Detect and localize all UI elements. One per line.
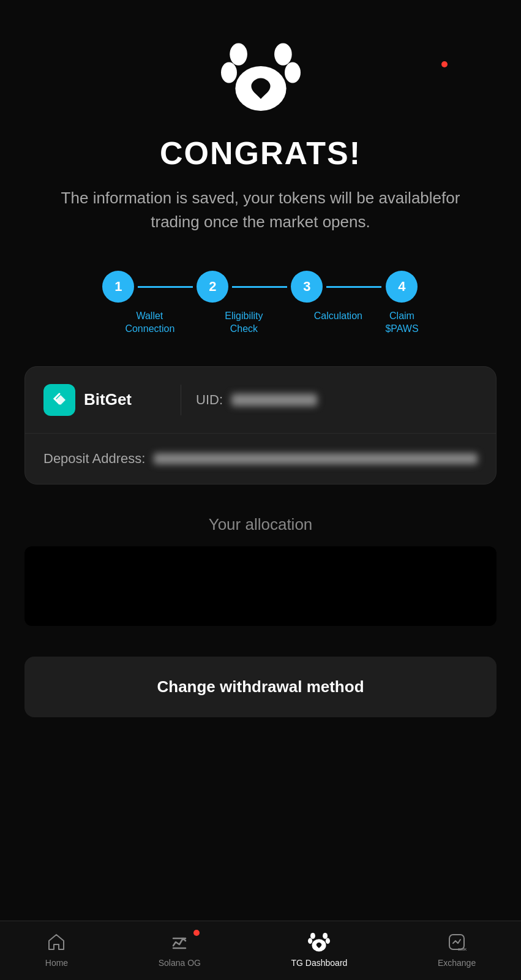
- step-circle-4: 4: [386, 271, 418, 303]
- congrats-section: CONGRATS! The information is saved, your…: [0, 135, 521, 258]
- svg-point-5: [310, 933, 315, 939]
- uid-label: UID:: [196, 392, 223, 408]
- bitget-icon: [43, 384, 75, 416]
- nav-label-home: Home: [45, 958, 68, 968]
- step-label-4: Claim$PAWS: [385, 310, 418, 336]
- svg-point-3: [285, 62, 301, 83]
- step-item-4: 4 Claim$PAWS: [385, 271, 418, 336]
- deposit-label: Deposit Address:: [43, 451, 145, 467]
- exchange-icon: 300K: [446, 931, 468, 953]
- nav-label-tg-dashboard: TG Dashboard: [291, 958, 348, 968]
- exchange-name: BitGet: [84, 390, 132, 409]
- steps-container: 1 WalletConnection 2 EligibilityCheck 3 …: [0, 258, 521, 366]
- allocation-chart: [24, 546, 497, 626]
- nav-label-exchange: Exchange: [438, 958, 476, 968]
- svg-point-7: [308, 938, 312, 944]
- nav-item-home[interactable]: Home: [45, 931, 68, 968]
- step-item-2: 2 EligibilityCheck: [197, 271, 291, 336]
- info-card: BitGet UID: Deposit Address:: [24, 366, 497, 484]
- step-circle-3: 3: [291, 271, 323, 303]
- step-line-2-3: [232, 286, 287, 288]
- svg-point-1: [274, 43, 292, 65]
- change-withdrawal-button[interactable]: Change withdrawal method: [24, 657, 497, 717]
- bottom-nav: Home Solana OG TG Dashboard: [0, 921, 521, 980]
- congrats-subtitle: The information is saved, your tokens wi…: [37, 186, 484, 234]
- tg-dashboard-icon: [308, 931, 330, 953]
- info-card-bottom: Deposit Address:: [25, 434, 496, 484]
- nav-notification-dot: [193, 930, 200, 936]
- nav-label-solana-og: Solana OG: [159, 958, 201, 968]
- svg-point-6: [323, 933, 328, 939]
- logo-area: [0, 0, 521, 135]
- svg-point-0: [230, 43, 247, 65]
- solana-og-icon: [168, 931, 190, 953]
- step-circle-1: 1: [102, 271, 134, 303]
- step-item-1: 1 WalletConnection: [102, 271, 197, 336]
- step-label-3: Calculation: [314, 310, 362, 323]
- uid-row: UID:: [196, 392, 478, 408]
- page-wrapper: CONGRATS! The information is saved, your…: [0, 0, 521, 797]
- paw-logo-icon: [221, 37, 301, 116]
- svg-point-8: [326, 938, 330, 944]
- home-icon: [45, 931, 67, 953]
- allocation-section: Your allocation: [0, 515, 521, 626]
- vertical-divider: [181, 385, 181, 415]
- congrats-title: CONGRATS!: [37, 135, 484, 172]
- nav-item-tg-dashboard[interactable]: TG Dashboard: [291, 931, 348, 968]
- nav-item-solana-og[interactable]: Solana OG: [159, 931, 201, 968]
- deposit-value: [154, 453, 478, 464]
- step-line-1-2: [138, 286, 193, 288]
- bitget-logo-area: BitGet: [43, 384, 166, 416]
- step-label-2: EligibilityCheck: [225, 310, 263, 336]
- step-circle-2: 2: [197, 271, 228, 303]
- uid-value: [231, 394, 317, 406]
- step-item-3: 3 Calculation: [291, 271, 385, 323]
- svg-point-2: [221, 62, 237, 83]
- step-label-1: WalletConnection: [125, 310, 174, 336]
- svg-text:300K: 300K: [458, 948, 467, 951]
- notification-dot-top: [441, 61, 448, 67]
- nav-item-exchange[interactable]: 300K Exchange: [438, 931, 476, 968]
- step-line-3-4: [326, 286, 381, 288]
- info-card-top: BitGet UID:: [25, 367, 496, 434]
- allocation-title: Your allocation: [24, 515, 497, 534]
